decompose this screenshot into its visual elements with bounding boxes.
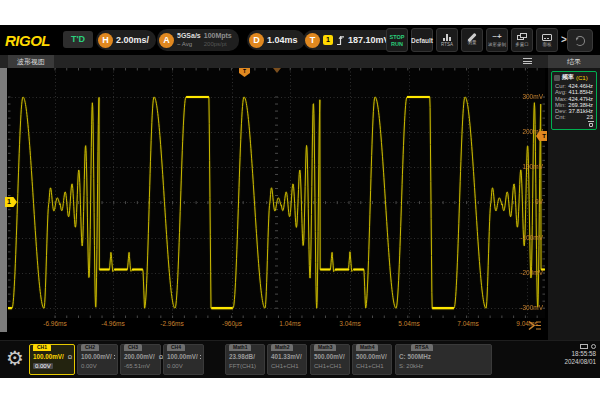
acquisition-control-group[interactable]: A 5GSa/s ~ Avg 100Mpts 200ps/pt — [157, 29, 239, 51]
top-status-bar: RIGOL T'D H 2.00ms/ A 5GSa/s ~ Avg 100Mp… — [0, 25, 600, 55]
math-scale: 500.00mV/ — [356, 353, 387, 361]
rtsa-center-freq: C: 500MHz — [399, 353, 431, 361]
memory-depth-block: 100Mpts 200ps/pt — [204, 32, 232, 48]
gear-icon[interactable]: ⚙ — [6, 345, 24, 371]
time-axis-label: 1.04ms — [267, 320, 313, 327]
math-scale: 500.00mV/ — [314, 353, 345, 361]
measurement-title-row: 频率 (C1) — [553, 73, 595, 83]
delay-knob[interactable]: D — [249, 33, 264, 48]
time-display: 18:55:58 — [532, 350, 596, 358]
acquisition-knob[interactable]: A — [159, 33, 174, 48]
horizontal-knob[interactable]: H — [98, 33, 113, 48]
math-tab[interactable]: Math4 — [356, 344, 378, 351]
date-display: 2024/08/01 — [532, 358, 596, 366]
channel-status-bar: ⚙ CH1 100.00mV/Ω 0.00V CH2 100.00mV/ 0.0… — [0, 340, 600, 378]
delete-measurement-icon[interactable] — [588, 121, 594, 128]
timebase-value: 2.00ms/ — [116, 35, 149, 45]
math-card-math3[interactable]: Math3 500.00mV/ CH1+CH1 — [310, 344, 350, 375]
channel-card-ch2[interactable]: CH2 100.00mV/ 0.00V — [77, 344, 118, 375]
channel-card-ch1[interactable]: CH1 100.00mV/Ω 0.00V — [29, 344, 75, 375]
measure-button[interactable]: 测量 — [461, 28, 483, 52]
waveform-canvas[interactable] — [8, 68, 545, 318]
math-scale: 401.33mV/ — [271, 353, 302, 361]
math-tab[interactable]: Math3 — [314, 344, 336, 351]
volt-axis-label: -100mV — [520, 234, 543, 242]
time-axis: -6.96ms-4.96ms-2.96ms-960μs1.04ms3.04ms5… — [0, 320, 548, 332]
results-sidebar: 结果 频率 (C1) Cur: 424.46Hz Avg: 411.85Hz M… — [548, 55, 600, 340]
sample-rate: 5GSa/s — [177, 32, 201, 40]
sample-interval: 200ps/pt — [204, 40, 232, 48]
volt-axis-label: -200mV — [520, 269, 543, 277]
spectrum-icon — [443, 34, 451, 41]
windows-icon — [517, 33, 528, 41]
channel-tab[interactable]: CH4 — [167, 344, 185, 351]
stop-label: STOP — [390, 34, 405, 40]
time-axis-label: 3.04ms — [327, 320, 373, 327]
results-header: 结果 — [548, 55, 600, 68]
record-button[interactable]: ~+ 波形录制 — [486, 28, 508, 52]
time-axis-label: -960μs — [209, 320, 255, 327]
stat-label: Cnt: — [555, 114, 566, 120]
time-axis-label: -4.96ms — [90, 320, 136, 327]
math-card-math2[interactable]: Math2 401.33mV/ CH1+CH1 — [267, 344, 307, 375]
rtsa-span: S: 20kHz — [396, 362, 491, 370]
volt-axis-label: 300mV — [522, 93, 543, 101]
stop-run-button[interactable]: STOP RUN — [386, 28, 408, 52]
channel-tab[interactable]: CH3 — [124, 344, 142, 351]
measurement-icon — [554, 75, 560, 81]
trigger-source-badge: 1 — [323, 35, 333, 45]
default-label: Default — [411, 37, 433, 44]
tab-waveform-view[interactable]: 波形视图 — [8, 55, 54, 68]
vertical-scale: 100.00mV/ — [33, 353, 64, 361]
trigger-knob[interactable]: T — [305, 33, 320, 48]
waveform-plot[interactable]: 300mV200mV100mV0V-100mV-200mV-300mV — [8, 68, 545, 318]
record-label: 波形录制 — [488, 42, 506, 47]
math-card-math1[interactable]: Math1 23.98dB/ FFT(CH1) — [225, 344, 265, 375]
panel-button[interactable]: 面板 — [536, 28, 558, 52]
channel-tab[interactable]: CH1 — [33, 344, 51, 351]
channel-offset: 0.00V — [33, 363, 53, 369]
channel-card-ch3[interactable]: CH3 200.00mV/Ω -65.51mV — [120, 344, 161, 375]
vertical-scale: 100.00mV/ — [167, 353, 198, 361]
horizontal-control-group[interactable]: H 2.00ms/ — [96, 30, 156, 50]
front-panel-icon — [542, 34, 552, 41]
channel-tab[interactable]: CH2 — [81, 344, 99, 351]
time-axis-label: 7.04ms — [445, 320, 491, 327]
clock-block[interactable]: 18:55:58 2024/08/01 — [532, 344, 596, 366]
delay-value: 1.04ms — [267, 35, 298, 45]
power-icon — [591, 344, 596, 349]
rigol-logo: RIGOL — [5, 32, 50, 49]
toolbar-scroll-right[interactable]: > — [561, 34, 567, 45]
rising-edge-icon — [336, 35, 345, 46]
lan-icon — [580, 344, 588, 349]
rtsa-button[interactable]: RTSA — [436, 28, 458, 52]
math-expression: FFT(CH1) — [226, 362, 264, 370]
default-button[interactable]: Default — [411, 28, 433, 52]
math-tab[interactable]: Math1 — [229, 344, 251, 351]
measurement-card[interactable]: 频率 (C1) Cur: 424.46Hz Avg: 411.85Hz Max:… — [551, 71, 597, 130]
time-axis-label: -2.96ms — [149, 320, 195, 327]
math-tab[interactable]: Math2 — [271, 344, 293, 351]
expand-menu-icon[interactable] — [527, 320, 543, 331]
channel-offset: 0.00V — [164, 362, 203, 370]
math-card-math4[interactable]: Math4 500.00mV/ CH1+CH1 — [352, 344, 392, 375]
status-icons — [532, 344, 596, 349]
menu-icon[interactable] — [523, 58, 533, 66]
rtsa-card[interactable]: RTSA C: 500MHz S: 20kHz — [395, 344, 492, 375]
time-axis-label: -6.96ms — [32, 320, 78, 327]
rtsa-label: RTSA — [441, 42, 453, 47]
measurement-title: 频率 — [562, 73, 574, 82]
refresh-button[interactable] — [567, 29, 593, 52]
trigger-level-value: 187.10mV — [348, 35, 390, 45]
rtsa-tab[interactable]: RTSA — [411, 344, 433, 351]
time-axis-label: 5.04ms — [386, 320, 432, 327]
multiwindow-button[interactable]: 多窗口 — [511, 28, 533, 52]
delay-control-group[interactable]: D 1.04ms — [247, 30, 305, 50]
channel-offset: 0.00V — [78, 362, 117, 370]
channel-card-ch4[interactable]: CH4 100.00mV/ 0.00V — [163, 344, 204, 375]
volt-axis-label: 0V — [535, 198, 543, 206]
math-scale: 23.98dB/ — [229, 353, 255, 361]
avg-wave-icon: ~ — [177, 41, 181, 47]
record-wave-icon: ~+ — [492, 33, 501, 41]
trigger-status-chip[interactable]: T'D — [63, 31, 93, 48]
